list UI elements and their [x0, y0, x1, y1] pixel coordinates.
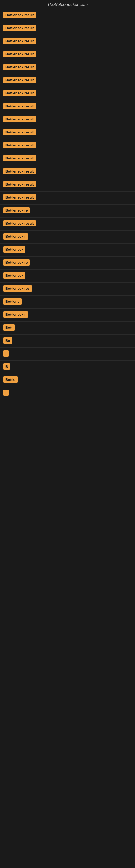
bottleneck-result-badge[interactable]: Bott	[3, 324, 14, 331]
bottleneck-result-badge[interactable]: |	[3, 390, 9, 396]
list-item	[0, 400, 135, 403]
bottleneck-result-badge[interactable]: Bottleneck result	[3, 168, 36, 175]
bottleneck-result-badge[interactable]: |	[3, 350, 9, 357]
list-item: Bottleneck res	[0, 283, 135, 296]
list-item: Bottleneck result	[0, 87, 135, 100]
list-item: Bottle	[0, 374, 135, 387]
bottleneck-result-badge[interactable]: Bottleneck	[3, 246, 26, 252]
bottleneck-result-badge[interactable]: Bottleneck re	[3, 207, 30, 214]
bottleneck-result-badge[interactable]: Bottleneck result	[3, 220, 36, 226]
bottleneck-result-badge[interactable]: Bottleneck re	[3, 259, 30, 266]
list-item: Bottleneck r	[0, 230, 135, 244]
bottleneck-result-badge[interactable]: B	[3, 364, 10, 370]
list-item: Bottleneck result	[0, 179, 135, 191]
bottleneck-result-badge[interactable]: Bottleneck res	[3, 285, 32, 291]
bottleneck-result-badge[interactable]: Bottleneck result	[3, 77, 36, 83]
bottleneck-result-badge[interactable]: Bottleneck result	[3, 194, 36, 200]
list-item: Bottleneck result	[0, 113, 135, 126]
list-item: Bottleneck	[0, 244, 135, 257]
list-item: Bottleneck result	[0, 165, 135, 179]
list-item: Bottleneck re	[0, 257, 135, 270]
bottleneck-result-badge[interactable]: Bottlene	[3, 299, 21, 305]
list-item: Bottleneck result	[0, 140, 135, 152]
bottleneck-result-badge[interactable]: Bottleneck result	[3, 12, 36, 18]
list-item: B	[0, 361, 135, 374]
list-item: Bottleneck result	[0, 218, 135, 230]
list-item: Bottleneck result	[0, 191, 135, 205]
list-item: |	[0, 348, 135, 361]
bottleneck-result-badge[interactable]: Bottleneck result	[3, 25, 36, 31]
bottleneck-result-badge[interactable]: Bottleneck result	[3, 142, 36, 148]
list-item: Bottleneck r	[0, 309, 135, 322]
list-item: |	[0, 387, 135, 400]
list-item: Bottleneck result	[0, 35, 135, 48]
list-item	[0, 403, 135, 407]
list-item: Bottleneck result	[0, 74, 135, 87]
bottleneck-result-badge[interactable]: Bo	[3, 337, 12, 344]
list-item: Bottleneck result	[0, 126, 135, 140]
bottleneck-result-badge[interactable]: Bottleneck result	[3, 38, 36, 44]
bottleneck-result-badge[interactable]: Bottleneck result	[3, 64, 36, 70]
list-item: Bo	[0, 335, 135, 348]
bottleneck-result-badge[interactable]: Bottleneck r	[3, 233, 28, 240]
bottleneck-result-badge[interactable]: Bottleneck result	[3, 181, 36, 187]
bottleneck-result-badge[interactable]: Bottleneck result	[3, 129, 36, 135]
bottleneck-result-badge[interactable]: Bottleneck result	[3, 116, 36, 122]
list-item: Bottleneck result	[0, 61, 135, 74]
bottleneck-result-badge[interactable]: Bottleneck	[3, 272, 26, 279]
list-item: Bottleneck result	[0, 9, 135, 22]
bottleneck-result-badge[interactable]: Bottleneck result	[3, 90, 36, 96]
list-item: Bottlene	[0, 296, 135, 309]
bottleneck-result-badge[interactable]: Bottle	[3, 376, 17, 383]
list-item	[0, 407, 135, 410]
bottleneck-result-badge[interactable]: Bottleneck result	[3, 51, 36, 57]
list-item: Bottleneck result	[0, 100, 135, 113]
list-item: Bottleneck	[0, 270, 135, 283]
list-item: Bottleneck result	[0, 48, 135, 61]
site-title: TheBottlenecker.com	[0, 0, 135, 9]
list-item: Bott	[0, 322, 135, 335]
list-item: Bottleneck result	[0, 22, 135, 35]
list-item: Bottleneck result	[0, 152, 135, 165]
bottleneck-result-badge[interactable]: Bottleneck result	[3, 103, 36, 109]
bottleneck-result-badge[interactable]: Bottleneck r	[3, 311, 28, 318]
list-item	[0, 410, 135, 414]
bottleneck-result-badge[interactable]: Bottleneck result	[3, 155, 36, 161]
list-item: Bottleneck re	[0, 205, 135, 218]
list-item	[0, 414, 135, 417]
